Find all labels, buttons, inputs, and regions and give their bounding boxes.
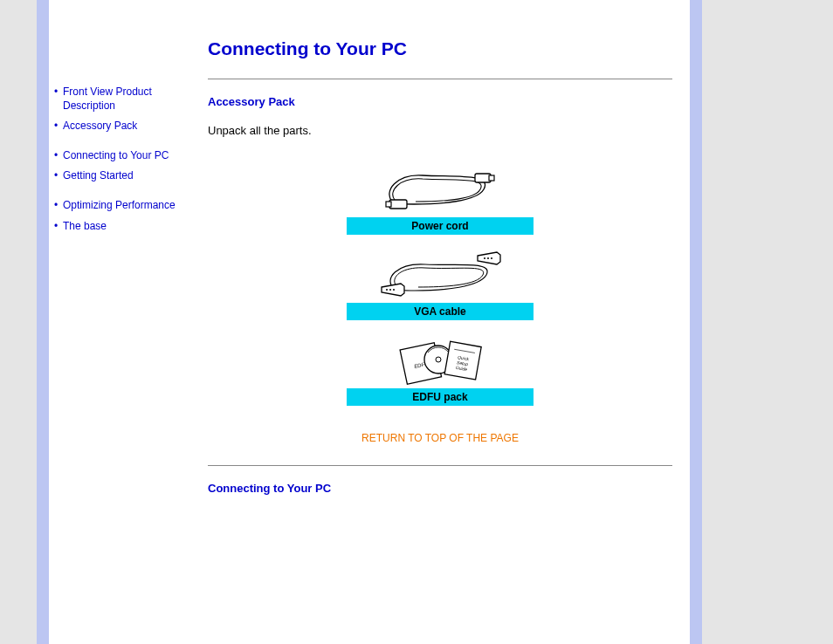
divider-top: [208, 79, 672, 79]
edfu-pack-figure: EDFU Quick Setup Guide: [347, 332, 534, 388]
svg-point-9: [491, 257, 492, 259]
vga-cable-caption: VGA cable: [347, 303, 534, 320]
section-heading-accessory-pack: Accessory Pack: [208, 95, 672, 108]
svg-rect-0: [389, 200, 407, 209]
sidebar-item-the-base[interactable]: The base: [56, 216, 196, 237]
sidebar-item-getting-started[interactable]: Getting Started: [56, 166, 196, 187]
svg-rect-3: [489, 175, 494, 181]
svg-point-7: [484, 257, 485, 259]
svg-rect-1: [386, 202, 391, 207]
svg-point-6: [393, 289, 395, 291]
svg-rect-2: [475, 174, 491, 182]
svg-point-5: [389, 289, 391, 291]
sidebar-item-optimizing[interactable]: Optimizing Performance: [56, 195, 196, 216]
return-to-top-link[interactable]: RETURN TO TOP OF THE PAGE: [208, 432, 672, 444]
svg-point-13: [436, 357, 441, 362]
power-cord-figure: [347, 161, 534, 217]
sidebar-item-accessory-pack[interactable]: Accessory Pack: [56, 116, 196, 137]
sidebar-nav: Front View Product Description Accessory…: [49, 0, 204, 644]
power-cord-caption: Power cord: [347, 217, 534, 235]
vga-cable-figure: [347, 247, 534, 303]
section-heading-connecting: Connecting to Your PC: [208, 482, 672, 495]
left-blue-margin: [37, 0, 49, 644]
accessory-list: Power cord VG: [347, 161, 534, 406]
accessory-pack-text: Unpack all the parts.: [208, 124, 672, 137]
page-title: Connecting to Your PC: [208, 38, 672, 59]
outer-left-gutter: [0, 0, 37, 644]
right-blue-margin: [690, 0, 702, 644]
sidebar-item-front-view[interactable]: Front View Product Description: [56, 82, 196, 116]
edfu-pack-caption: EDFU pack: [347, 388, 534, 406]
svg-point-4: [386, 289, 388, 291]
divider-bottom: [208, 465, 672, 466]
sidebar-item-connecting[interactable]: Connecting to Your PC: [56, 146, 196, 167]
svg-point-8: [487, 257, 489, 259]
outer-right-gutter: [702, 0, 833, 644]
